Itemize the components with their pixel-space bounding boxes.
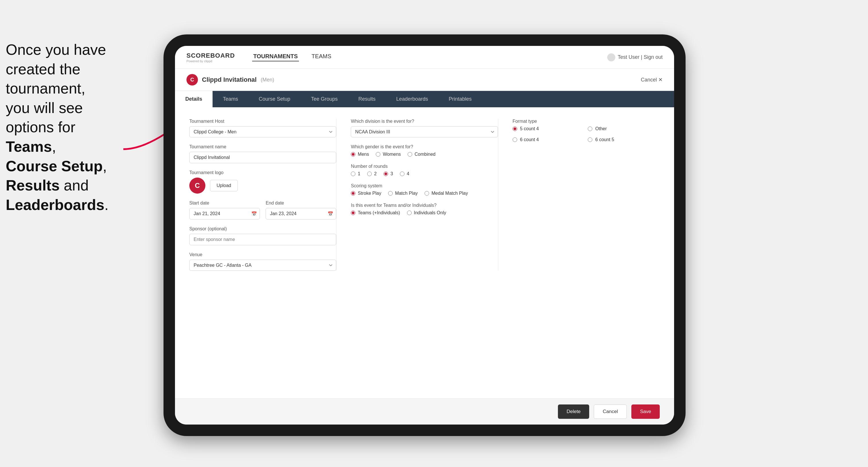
scoring-label-match: Match Play xyxy=(395,191,417,196)
rounds-radio-group: 1 2 3 4 xyxy=(351,171,498,177)
user-area: Test User | Sign out xyxy=(607,53,662,61)
gender-option-mens[interactable]: Mens xyxy=(351,152,369,157)
format-radio-6count4[interactable] xyxy=(513,137,517,142)
cancel-button[interactable]: Cancel ✕ xyxy=(641,76,662,83)
format-option-6count4[interactable]: 6 count 4 xyxy=(513,137,585,142)
start-calendar-icon: 📅 xyxy=(251,211,257,217)
scoring-option-medal[interactable]: Medal Match Play xyxy=(425,191,468,196)
format-label-5count4: 5 count 4 xyxy=(520,126,539,131)
footer-bar: Delete Cancel Save xyxy=(175,399,674,425)
tab-details[interactable]: Details xyxy=(175,91,213,107)
scoring-option-match[interactable]: Match Play xyxy=(388,191,417,196)
rounds-group: Number of rounds 1 2 xyxy=(351,164,498,177)
sponsor-input[interactable] xyxy=(189,234,336,245)
venue-label: Venue xyxy=(189,252,336,257)
tab-teams[interactable]: Teams xyxy=(213,91,248,107)
content-area: Tournament Host Clippd College - Men Tou… xyxy=(175,107,674,399)
scoring-radio-stroke[interactable] xyxy=(351,191,355,196)
rounds-option-1[interactable]: 1 xyxy=(351,171,360,177)
tournament-name-label: Tournament name xyxy=(189,144,336,150)
gender-radio-group: Mens Womens Combined xyxy=(351,152,498,157)
teams-label: Is this event for Teams and/or Individua… xyxy=(351,203,498,208)
save-button[interactable]: Save xyxy=(631,404,660,419)
scoring-label-medal: Medal Match Play xyxy=(431,191,468,196)
format-label: Format type xyxy=(513,119,660,124)
format-radio-5count4[interactable] xyxy=(513,126,517,131)
rounds-radio-1[interactable] xyxy=(351,172,355,176)
rounds-label-1: 1 xyxy=(358,171,360,177)
tournament-header: C Clippd Invitational (Men) Cancel ✕ xyxy=(175,69,674,91)
format-option-6count5[interactable]: 6 count 5 xyxy=(588,137,660,142)
gender-label-womens: Womens xyxy=(383,152,401,157)
tab-results[interactable]: Results xyxy=(348,91,386,107)
gender-option-combined[interactable]: Combined xyxy=(408,152,435,157)
teams-option-individuals[interactable]: Individuals Only xyxy=(407,210,446,215)
start-date-label: Start date xyxy=(189,200,260,206)
top-nav: SCOREBOARD Powered by clippd TOURNAMENTS… xyxy=(175,46,674,69)
rounds-option-2[interactable]: 2 xyxy=(367,171,377,177)
scoring-label-stroke: Stroke Play xyxy=(358,191,381,196)
end-calendar-icon: 📅 xyxy=(328,211,333,217)
end-date-input[interactable] xyxy=(266,208,336,219)
division-label: Which division is the event for? xyxy=(351,119,498,124)
gender-group: Which gender is the event for? Mens Wome… xyxy=(351,144,498,157)
tab-tee-groups[interactable]: Tee Groups xyxy=(301,91,348,107)
logo-area: SCOREBOARD Powered by clippd xyxy=(186,52,235,63)
teams-radio-group: Teams (+Individuals) Individuals Only xyxy=(351,210,498,215)
teams-option-teams[interactable]: Teams (+Individuals) xyxy=(351,210,400,215)
nav-link-tournaments[interactable]: TOURNAMENTS xyxy=(252,53,299,61)
tournament-tag: (Men) xyxy=(261,77,274,83)
nav-links: TOURNAMENTS TEAMS xyxy=(252,53,607,61)
rounds-radio-4[interactable] xyxy=(400,172,404,176)
tournament-name: Clippd Invitational xyxy=(202,76,257,84)
teams-radio-individuals[interactable] xyxy=(407,211,412,215)
scoring-option-stroke[interactable]: Stroke Play xyxy=(351,191,381,196)
format-options: 5 count 4 Other 6 count 4 xyxy=(513,126,660,145)
tournament-title-row: C Clippd Invitational (Men) xyxy=(186,74,274,86)
rounds-label: Number of rounds xyxy=(351,164,498,169)
format-option-5count4[interactable]: 5 count 4 xyxy=(513,126,585,131)
scoring-radio-match[interactable] xyxy=(388,191,393,196)
teams-group: Is this event for Teams and/or Individua… xyxy=(351,203,498,215)
format-option-other[interactable]: Other xyxy=(588,126,660,131)
rounds-option-3[interactable]: 3 xyxy=(383,171,393,177)
form-col-3: Format type 5 count 4 Other xyxy=(513,119,660,271)
format-radio-6count5[interactable] xyxy=(588,137,592,142)
format-radio-other[interactable] xyxy=(588,126,592,131)
tournament-name-input[interactable] xyxy=(189,152,336,163)
end-date-label: End date xyxy=(266,200,336,206)
rounds-option-4[interactable]: 4 xyxy=(400,171,409,177)
gender-label-mens: Mens xyxy=(358,152,369,157)
form-col-2: Which division is the event for? NCAA Di… xyxy=(351,119,498,271)
teams-radio-teams[interactable] xyxy=(351,211,355,215)
gender-radio-womens[interactable] xyxy=(376,152,380,157)
instruction-text: Once you have created the tournament, yo… xyxy=(0,40,138,215)
cancel-footer-button[interactable]: Cancel xyxy=(594,404,627,419)
end-date-wrap: 📅 xyxy=(266,208,336,219)
tournament-logo-group: Tournament logo C Upload xyxy=(189,170,336,194)
rounds-radio-3[interactable] xyxy=(383,172,388,176)
scoring-radio-medal[interactable] xyxy=(425,191,429,196)
gender-option-womens[interactable]: Womens xyxy=(376,152,401,157)
gender-radio-combined[interactable] xyxy=(408,152,412,157)
scoring-group: Scoring system Stroke Play Match Play xyxy=(351,183,498,196)
start-date-group: Start date 📅 xyxy=(189,200,260,219)
tab-course-setup[interactable]: Course Setup xyxy=(248,91,301,107)
venue-select[interactable]: Peachtree GC - Atlanta - GA xyxy=(189,259,336,271)
rounds-radio-2[interactable] xyxy=(367,172,372,176)
upload-button[interactable]: Upload xyxy=(210,180,238,191)
teams-label-individuals: Individuals Only xyxy=(414,210,446,215)
form-col-1: Tournament Host Clippd College - Men Tou… xyxy=(189,119,337,271)
sponsor-group: Sponsor (optional) xyxy=(189,226,336,245)
user-label[interactable]: Test User | Sign out xyxy=(618,54,662,60)
division-select[interactable]: NCAA Division III xyxy=(351,126,498,137)
rounds-label-3: 3 xyxy=(391,171,393,177)
tablet-device: SCOREBOARD Powered by clippd TOURNAMENTS… xyxy=(163,34,686,436)
tab-leaderboards[interactable]: Leaderboards xyxy=(386,91,438,107)
nav-link-teams[interactable]: TEAMS xyxy=(310,53,333,61)
gender-radio-mens[interactable] xyxy=(351,152,355,157)
start-date-input[interactable] xyxy=(189,208,260,219)
tournament-host-select[interactable]: Clippd College - Men xyxy=(189,126,336,137)
delete-button[interactable]: Delete xyxy=(558,404,589,419)
tab-printables[interactable]: Printables xyxy=(438,91,482,107)
